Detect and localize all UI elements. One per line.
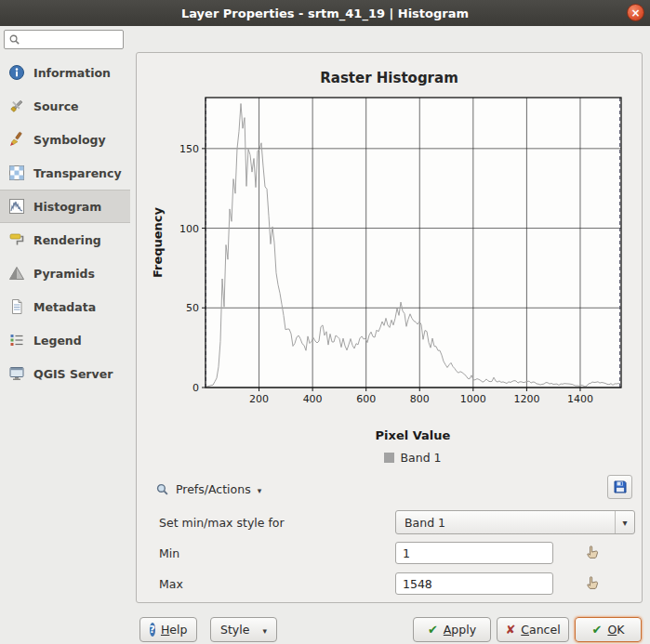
help-button[interactable]: ? Help	[139, 617, 197, 642]
magnifier-icon	[155, 482, 169, 496]
sidebar-item-label: Histogram	[33, 200, 101, 214]
pyramids-icon	[8, 265, 25, 282]
band-select-value: Band 1	[405, 516, 615, 530]
sidebar-item-label: Metadata	[33, 300, 96, 314]
prefs-actions-button[interactable]: Prefs/Actions ▾	[148, 477, 269, 501]
cancel-button-label: Cancel	[521, 623, 560, 637]
sidebar-item-label: Transparency	[33, 166, 122, 180]
min-label: Min	[159, 541, 179, 565]
sidebar-item-label: QGIS Server	[33, 367, 113, 381]
cross-icon: ✘	[505, 623, 515, 637]
min-input[interactable]	[395, 542, 553, 564]
style-button[interactable]: Style ▾	[210, 617, 277, 642]
sidebar-item-transparency[interactable]: Transparency	[0, 156, 130, 190]
sidebar-item-label: Information	[33, 66, 111, 80]
svg-text:50: 50	[186, 302, 199, 314]
max-pick-button[interactable]	[585, 574, 602, 591]
save-histogram-button[interactable]	[607, 475, 632, 499]
save-icon	[613, 480, 628, 494]
window-title: Layer Properties - srtm_41_19 | Histogra…	[181, 7, 469, 20]
histogram-icon	[8, 198, 25, 215]
source-icon	[8, 98, 25, 114]
svg-text:600: 600	[356, 393, 376, 405]
search-input[interactable]	[24, 33, 119, 47]
rendering-icon	[8, 231, 25, 248]
svg-text:200: 200	[249, 393, 269, 405]
hand-pointer-icon	[585, 544, 601, 559]
close-button[interactable]: ×	[627, 4, 644, 21]
sidebar-item-qgis-server[interactable]: QGIS Server	[0, 357, 130, 390]
svg-text:0: 0	[192, 382, 199, 394]
max-label: Max	[159, 572, 183, 596]
sidebar-item-histogram[interactable]: Histogram	[0, 190, 130, 223]
svg-text:100: 100	[179, 223, 199, 235]
sidebar-item-label: Legend	[33, 334, 82, 348]
svg-text:1400: 1400	[567, 393, 593, 405]
svg-text:1000: 1000	[460, 393, 486, 405]
max-input[interactable]	[395, 572, 553, 595]
metadata-icon	[8, 298, 25, 315]
search-icon	[8, 33, 20, 46]
legend-icon	[8, 332, 25, 348]
check-icon: ✔	[428, 623, 438, 637]
y-axis-title: Frequency	[151, 206, 165, 278]
svg-text:800: 800	[410, 393, 430, 405]
x-axis-title: Pixel Value	[206, 428, 620, 442]
svg-text:150: 150	[179, 143, 199, 155]
set-minmax-label: Set min/max style for	[159, 510, 285, 534]
qgis-server-icon	[8, 365, 25, 382]
sidebar-item-metadata[interactable]: Metadata	[0, 290, 130, 323]
sidebar-item-rendering[interactable]: Rendering	[0, 223, 130, 256]
min-pick-button[interactable]	[585, 544, 602, 560]
apply-button-label: Apply	[444, 623, 476, 637]
chevron-down-icon: ▾	[262, 626, 267, 636]
info-icon	[8, 64, 25, 81]
apply-button[interactable]: ✔ Apply	[413, 617, 491, 642]
sidebar: Information Source Symbology Tra	[0, 56, 130, 390]
sidebar-item-pyramids[interactable]: Pyramids	[0, 256, 130, 290]
sidebar-item-information[interactable]: Information	[0, 56, 130, 89]
svg-text:1200: 1200	[513, 393, 539, 405]
sidebar-item-label: Pyramids	[33, 267, 95, 281]
sidebar-item-source[interactable]: Source	[0, 89, 130, 123]
sidebar-search[interactable]	[4, 30, 124, 49]
help-button-label: Help	[161, 623, 188, 637]
histogram-panel: Raster Histogram Frequency 2004006008001…	[136, 52, 643, 603]
band-select[interactable]: Band 1 ▾	[395, 510, 635, 534]
cancel-button[interactable]: ✘ Cancel	[497, 617, 569, 642]
histogram-chart[interactable]: Frequency 200400600800100012001400050100…	[148, 90, 631, 427]
chart-legend: Band 1	[206, 451, 620, 465]
sidebar-item-symbology[interactable]: Symbology	[0, 123, 130, 156]
check-icon: ✔	[592, 623, 603, 637]
sidebar-item-label: Symbology	[33, 133, 106, 147]
chevron-down-icon: ▾	[615, 511, 634, 533]
ok-button-label: OK	[607, 623, 624, 637]
close-icon: ×	[630, 7, 640, 19]
help-icon: ?	[150, 623, 155, 637]
transparency-icon	[8, 164, 25, 181]
prefs-actions-label: Prefs/Actions	[176, 482, 251, 496]
ok-button[interactable]: ✔ OK	[575, 617, 642, 642]
legend-swatch	[384, 453, 394, 463]
sidebar-item-legend[interactable]: Legend	[0, 323, 130, 357]
hand-pointer-icon	[585, 574, 601, 590]
titlebar: Layer Properties - srtm_41_19 | Histogra…	[0, 0, 650, 26]
page-title: Raster Histogram	[137, 70, 642, 86]
legend-label: Band 1	[400, 451, 441, 465]
style-button-label: Style	[220, 623, 249, 637]
symbology-icon	[8, 131, 25, 148]
sidebar-item-label: Rendering	[33, 233, 101, 247]
chevron-down-icon: ▾	[258, 486, 262, 495]
svg-text:400: 400	[303, 393, 323, 405]
sidebar-item-label: Source	[33, 99, 79, 113]
